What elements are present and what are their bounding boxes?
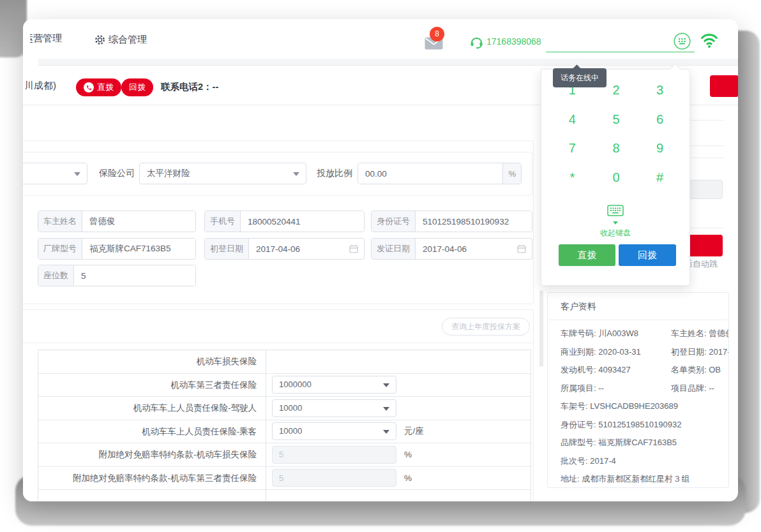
first-register-date-field: 初登日期 [204, 238, 365, 260]
issue-date-input[interactable] [416, 239, 517, 259]
plan-divider [23, 343, 534, 343]
popup-direct-dial-button[interactable]: 直拨 [559, 244, 615, 266]
mobile-field: 手机号 [204, 211, 365, 232]
customer-row: 所属项目: -- 项目品牌: -- [561, 380, 728, 398]
table-row: 附加绝对免赔率特约条款-机动车损失保险 % [38, 443, 531, 467]
id-number-field: 身份证号 [371, 211, 532, 232]
issue-date-field: 发证日期 [371, 238, 532, 260]
call-status-tooltip: 话务在线中 [553, 68, 607, 87]
collapse-keyboard-icon[interactable] [541, 205, 689, 225]
direct-dial-label: 直拨 [97, 82, 114, 93]
first-register-date-input[interactable] [249, 239, 349, 259]
direct-dial-button[interactable]: 直拨 [76, 78, 121, 96]
chevron-down-icon [383, 430, 389, 434]
calendar-icon[interactable] [349, 244, 358, 253]
id-number-input[interactable] [416, 211, 532, 232]
model-field: 厂牌型号 [38, 238, 196, 260]
dialpad-key-4[interactable]: 4 [550, 105, 594, 135]
dialpad-key-9[interactable]: 9 [638, 134, 682, 163]
header-action-button-partial[interactable] [710, 75, 738, 97]
seats-field: 座位数 [38, 265, 196, 286]
deductible-damage-input [272, 446, 396, 464]
chevron-down-icon [383, 383, 389, 387]
customer-row: 品牌型号: 福克斯牌CAF7163B5 [561, 434, 728, 452]
customer-row: 发动机号: 4093427 名单类别: OB [561, 361, 728, 380]
coverage-table: 机动车损失保险 机动车第三者责任保险 1000000 机动车车上人员责任保险-驾… [38, 350, 531, 501]
dialpad-key-8[interactable]: 8 [594, 134, 638, 163]
dialpad-key-3[interactable]: 3 [638, 76, 682, 105]
dialpad-key-7[interactable]: 7 [550, 134, 594, 163]
dial-number-input[interactable] [546, 37, 695, 52]
contact-phone2: 联系电话2：-- [161, 81, 218, 93]
caret-down-icon [613, 221, 618, 225]
right-panel-input-partial [689, 180, 723, 199]
dialpad-key-6[interactable]: 6 [638, 105, 682, 135]
dialpad-keys: 1 2 3 4 5 6 7 8 9 * 0 # [550, 76, 682, 192]
customer-row: 地址: 成都市新都区新都红星村３组 [561, 470, 728, 488]
headset-icon [469, 34, 484, 49]
calendar-icon[interactable] [517, 244, 526, 253]
customer-row: 商业到期: 2020-03-31 初登日期: 2017-04-06 [561, 343, 728, 362]
passenger-liability-select[interactable]: 10000 [272, 422, 396, 440]
seats-input[interactable] [74, 265, 195, 286]
callback-label: 回拨 [129, 82, 146, 93]
scrollbar-thumb[interactable] [539, 290, 543, 367]
table-row-partial [38, 490, 531, 501]
customer-row: 身份证号: 510125198510190932 [561, 416, 728, 434]
insurance-company-select[interactable]: 太平洋财险 [139, 163, 306, 184]
chevron-down-icon [293, 172, 299, 176]
page-divider-strip [38, 59, 738, 66]
dialpad-key-hash[interactable]: # [638, 163, 682, 193]
agent-phone-number: 17168398068 [486, 36, 541, 47]
dialpad-popup: 1 2 3 4 5 6 7 8 9 * 0 # 收起键盘 直 [541, 69, 690, 286]
callback-button[interactable]: 回拨 [121, 78, 153, 96]
ratio-label: 投放比例 [317, 168, 352, 179]
dialpad-key-star[interactable]: * [550, 163, 594, 193]
keyboard-toggle-icon[interactable] [674, 33, 691, 50]
deductible-thirdparty-input [272, 469, 396, 487]
third-party-amount-select[interactable]: 1000000 [272, 376, 396, 394]
dialpad-key-5[interactable]: 5 [594, 105, 638, 135]
customer-row: 车架号: LVSHCADB9HE203689 [561, 397, 728, 416]
owner-name-field: 车主姓名 [38, 211, 196, 232]
table-row: 附加绝对免赔率特约条款-机动车第三者责任保险 % [38, 467, 531, 491]
collapse-keyboard-label[interactable]: 收起键盘 [541, 228, 689, 239]
customer-info-title: 客户资料 [561, 301, 716, 313]
driver-liability-select[interactable]: 10000 [272, 399, 396, 417]
wifi-status-icon [700, 31, 719, 49]
popup-callback-button[interactable]: 回拨 [619, 244, 676, 266]
ratio-unit: % [502, 163, 521, 184]
dialpad-key-0[interactable]: 0 [594, 163, 638, 193]
nav-item-operations[interactable]: 运营管理 [30, 33, 85, 47]
table-row: 机动车车上人员责任保险-乘客 10000 元/座 [38, 420, 531, 444]
chevron-down-icon [74, 172, 80, 176]
ratio-input-group: % [358, 163, 522, 184]
gear-icon [94, 34, 105, 45]
chevron-down-icon [383, 407, 389, 411]
owner-name-input[interactable] [82, 211, 195, 232]
phone-icon [84, 82, 94, 92]
model-input[interactable] [82, 239, 195, 259]
insurance-company-label: 保险公司 [99, 168, 135, 179]
table-row: 机动车车上人员责任保险-驾驶人 10000 [38, 397, 531, 420]
table-row: 机动车损失保险 [38, 350, 531, 374]
screen: 运营管理 综合管理 8 17168398068 [0, 0, 761, 532]
table-row: 机动车第三者责任保险 1000000 [38, 374, 531, 397]
policy-type-select-partial[interactable] [23, 163, 87, 184]
mobile-input[interactable] [241, 211, 364, 232]
customer-row: 车牌号码: 川A003W8 车主姓名: 曾德俊 [561, 325, 728, 343]
customer-location: (四川成都) [26, 80, 68, 92]
customer-info-card: 客户资料 车牌号码: 川A003W8 车主姓名: 曾德俊 商业到期: 2020-… [547, 292, 729, 488]
customer-row: 批次号: 2017-4 [561, 452, 728, 471]
ratio-input[interactable] [358, 163, 502, 184]
notification-badge: 8 [430, 27, 444, 41]
nav-item-general[interactable]: 综合管理 [109, 34, 147, 46]
query-last-year-plan-button[interactable]: 查询上年度投保方案 [442, 318, 530, 336]
